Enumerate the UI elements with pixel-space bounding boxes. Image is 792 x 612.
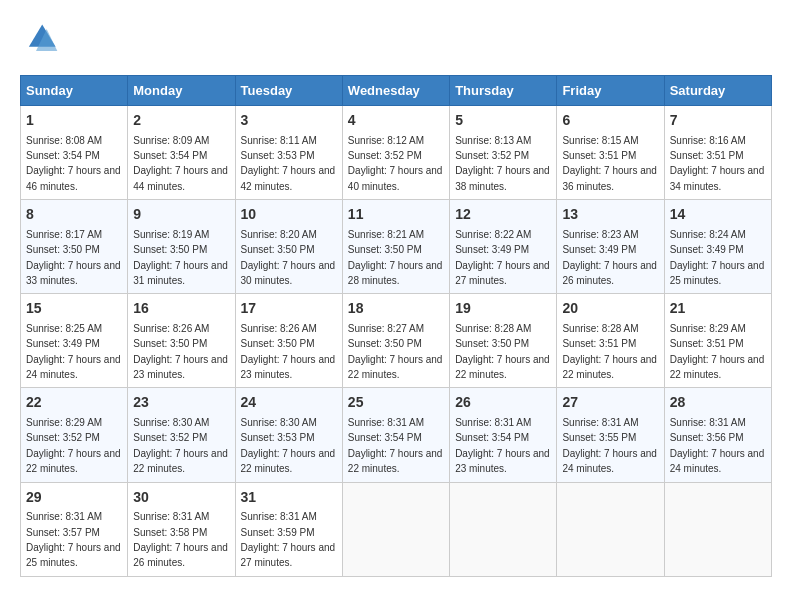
day-info: Sunrise: 8:27 AMSunset: 3:50 PMDaylight:… [348,323,443,380]
calendar-week-5: 29Sunrise: 8:31 AMSunset: 3:57 PMDayligh… [21,482,772,576]
day-info: Sunrise: 8:08 AMSunset: 3:54 PMDaylight:… [26,135,121,192]
calendar-day-2: 2Sunrise: 8:09 AMSunset: 3:54 PMDaylight… [128,106,235,200]
day-number: 8 [26,205,122,225]
calendar-header: SundayMondayTuesdayWednesdayThursdayFrid… [21,76,772,106]
calendar-day-17: 17Sunrise: 8:26 AMSunset: 3:50 PMDayligh… [235,294,342,388]
calendar-day-1: 1Sunrise: 8:08 AMSunset: 3:54 PMDaylight… [21,106,128,200]
day-number: 29 [26,488,122,508]
day-info: Sunrise: 8:15 AMSunset: 3:51 PMDaylight:… [562,135,657,192]
calendar-day-11: 11Sunrise: 8:21 AMSunset: 3:50 PMDayligh… [342,200,449,294]
calendar-week-3: 15Sunrise: 8:25 AMSunset: 3:49 PMDayligh… [21,294,772,388]
header-cell-tuesday: Tuesday [235,76,342,106]
day-info: Sunrise: 8:21 AMSunset: 3:50 PMDaylight:… [348,229,443,286]
day-number: 2 [133,111,229,131]
calendar-day-16: 16Sunrise: 8:26 AMSunset: 3:50 PMDayligh… [128,294,235,388]
calendar-day-29: 29Sunrise: 8:31 AMSunset: 3:57 PMDayligh… [21,482,128,576]
empty-cell [450,482,557,576]
calendar-day-3: 3Sunrise: 8:11 AMSunset: 3:53 PMDaylight… [235,106,342,200]
day-number: 4 [348,111,444,131]
day-info: Sunrise: 8:31 AMSunset: 3:54 PMDaylight:… [348,417,443,474]
calendar-day-31: 31Sunrise: 8:31 AMSunset: 3:59 PMDayligh… [235,482,342,576]
header-cell-monday: Monday [128,76,235,106]
calendar-day-23: 23Sunrise: 8:30 AMSunset: 3:52 PMDayligh… [128,388,235,482]
day-number: 31 [241,488,337,508]
header-cell-saturday: Saturday [664,76,771,106]
calendar-day-27: 27Sunrise: 8:31 AMSunset: 3:55 PMDayligh… [557,388,664,482]
day-number: 20 [562,299,658,319]
day-number: 19 [455,299,551,319]
day-number: 16 [133,299,229,319]
day-info: Sunrise: 8:16 AMSunset: 3:51 PMDaylight:… [670,135,765,192]
day-number: 15 [26,299,122,319]
day-info: Sunrise: 8:31 AMSunset: 3:54 PMDaylight:… [455,417,550,474]
day-info: Sunrise: 8:30 AMSunset: 3:53 PMDaylight:… [241,417,336,474]
day-number: 6 [562,111,658,131]
day-info: Sunrise: 8:12 AMSunset: 3:52 PMDaylight:… [348,135,443,192]
day-number: 5 [455,111,551,131]
header-cell-thursday: Thursday [450,76,557,106]
empty-cell [664,482,771,576]
empty-cell [342,482,449,576]
day-info: Sunrise: 8:29 AMSunset: 3:51 PMDaylight:… [670,323,765,380]
day-number: 23 [133,393,229,413]
calendar-body: 1Sunrise: 8:08 AMSunset: 3:54 PMDaylight… [21,106,772,577]
day-number: 25 [348,393,444,413]
calendar-day-18: 18Sunrise: 8:27 AMSunset: 3:50 PMDayligh… [342,294,449,388]
day-number: 17 [241,299,337,319]
day-info: Sunrise: 8:22 AMSunset: 3:49 PMDaylight:… [455,229,550,286]
header [20,20,772,60]
calendar-day-9: 9Sunrise: 8:19 AMSunset: 3:50 PMDaylight… [128,200,235,294]
day-number: 12 [455,205,551,225]
calendar-day-15: 15Sunrise: 8:25 AMSunset: 3:49 PMDayligh… [21,294,128,388]
calendar-day-24: 24Sunrise: 8:30 AMSunset: 3:53 PMDayligh… [235,388,342,482]
day-number: 18 [348,299,444,319]
calendar-week-1: 1Sunrise: 8:08 AMSunset: 3:54 PMDaylight… [21,106,772,200]
calendar-day-30: 30Sunrise: 8:31 AMSunset: 3:58 PMDayligh… [128,482,235,576]
calendar-day-7: 7Sunrise: 8:16 AMSunset: 3:51 PMDaylight… [664,106,771,200]
day-number: 14 [670,205,766,225]
header-cell-friday: Friday [557,76,664,106]
day-number: 7 [670,111,766,131]
calendar-week-2: 8Sunrise: 8:17 AMSunset: 3:50 PMDaylight… [21,200,772,294]
logo [20,20,65,60]
calendar-day-12: 12Sunrise: 8:22 AMSunset: 3:49 PMDayligh… [450,200,557,294]
day-number: 30 [133,488,229,508]
day-info: Sunrise: 8:24 AMSunset: 3:49 PMDaylight:… [670,229,765,286]
day-info: Sunrise: 8:31 AMSunset: 3:57 PMDaylight:… [26,511,121,568]
day-number: 1 [26,111,122,131]
logo-icon [20,20,60,60]
calendar-day-26: 26Sunrise: 8:31 AMSunset: 3:54 PMDayligh… [450,388,557,482]
header-cell-wednesday: Wednesday [342,76,449,106]
calendar-day-8: 8Sunrise: 8:17 AMSunset: 3:50 PMDaylight… [21,200,128,294]
day-info: Sunrise: 8:31 AMSunset: 3:59 PMDaylight:… [241,511,336,568]
day-info: Sunrise: 8:13 AMSunset: 3:52 PMDaylight:… [455,135,550,192]
calendar-week-4: 22Sunrise: 8:29 AMSunset: 3:52 PMDayligh… [21,388,772,482]
calendar-day-6: 6Sunrise: 8:15 AMSunset: 3:51 PMDaylight… [557,106,664,200]
day-info: Sunrise: 8:26 AMSunset: 3:50 PMDaylight:… [241,323,336,380]
day-info: Sunrise: 8:30 AMSunset: 3:52 PMDaylight:… [133,417,228,474]
day-info: Sunrise: 8:26 AMSunset: 3:50 PMDaylight:… [133,323,228,380]
calendar-day-20: 20Sunrise: 8:28 AMSunset: 3:51 PMDayligh… [557,294,664,388]
day-info: Sunrise: 8:31 AMSunset: 3:56 PMDaylight:… [670,417,765,474]
header-cell-sunday: Sunday [21,76,128,106]
day-number: 11 [348,205,444,225]
day-info: Sunrise: 8:29 AMSunset: 3:52 PMDaylight:… [26,417,121,474]
header-row: SundayMondayTuesdayWednesdayThursdayFrid… [21,76,772,106]
day-number: 28 [670,393,766,413]
calendar-day-21: 21Sunrise: 8:29 AMSunset: 3:51 PMDayligh… [664,294,771,388]
calendar-day-25: 25Sunrise: 8:31 AMSunset: 3:54 PMDayligh… [342,388,449,482]
day-info: Sunrise: 8:09 AMSunset: 3:54 PMDaylight:… [133,135,228,192]
calendar-day-28: 28Sunrise: 8:31 AMSunset: 3:56 PMDayligh… [664,388,771,482]
day-info: Sunrise: 8:20 AMSunset: 3:50 PMDaylight:… [241,229,336,286]
calendar-day-13: 13Sunrise: 8:23 AMSunset: 3:49 PMDayligh… [557,200,664,294]
day-number: 13 [562,205,658,225]
day-number: 21 [670,299,766,319]
calendar-day-19: 19Sunrise: 8:28 AMSunset: 3:50 PMDayligh… [450,294,557,388]
day-number: 26 [455,393,551,413]
day-info: Sunrise: 8:19 AMSunset: 3:50 PMDaylight:… [133,229,228,286]
day-info: Sunrise: 8:17 AMSunset: 3:50 PMDaylight:… [26,229,121,286]
calendar-day-22: 22Sunrise: 8:29 AMSunset: 3:52 PMDayligh… [21,388,128,482]
calendar-day-5: 5Sunrise: 8:13 AMSunset: 3:52 PMDaylight… [450,106,557,200]
day-info: Sunrise: 8:28 AMSunset: 3:51 PMDaylight:… [562,323,657,380]
calendar-table: SundayMondayTuesdayWednesdayThursdayFrid… [20,75,772,577]
